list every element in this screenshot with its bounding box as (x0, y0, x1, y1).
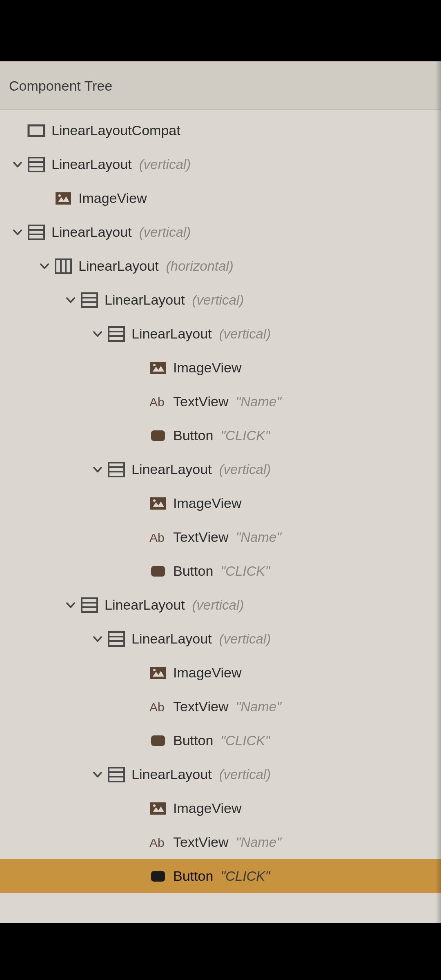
tree-node-detail: (vertical) (219, 326, 271, 342)
tree-node-label: LinearLayoutCompat (51, 122, 180, 138)
svg-rect-32 (82, 598, 97, 612)
tree-row[interactable]: LinearLayout(vertical) (0, 147, 441, 181)
tree-row[interactable]: LinearLayout(vertical) (0, 317, 441, 351)
tree-node-label: LinearLayout (105, 597, 185, 613)
layout-horiz-icon (54, 257, 73, 276)
tree-node-label: Button (173, 733, 213, 748)
tree-row[interactable]: LinearLayout(vertical) (0, 622, 441, 656)
tree-row[interactable]: ImageView (0, 791, 441, 825)
chevron-down-icon[interactable] (88, 630, 107, 648)
tree-row[interactable]: LinearLayout(vertical) (0, 215, 441, 249)
tree-node-detail: (vertical) (192, 597, 244, 613)
tree-row[interactable]: ImageView (0, 181, 441, 215)
tree-row[interactable]: Button"CLICK" (0, 554, 441, 588)
svg-text:Ab: Ab (149, 395, 165, 409)
tree-node-label: LinearLayout (131, 461, 212, 477)
tree-node-detail: (vertical) (219, 631, 271, 647)
tree-row[interactable]: ImageView (0, 656, 441, 690)
layout-vert-icon (107, 765, 126, 784)
tree-row[interactable]: LinearLayout(vertical) (0, 452, 441, 486)
tree-node-label: ImageView (78, 190, 147, 206)
panel-header: Component Tree (0, 61, 441, 110)
chevron-down-icon[interactable] (61, 291, 80, 310)
svg-rect-27 (150, 497, 166, 510)
layout-vert-icon (107, 460, 126, 479)
tree-node-detail: (vertical) (219, 767, 271, 782)
tree-node-label: Button (173, 428, 213, 443)
tree-row[interactable]: Button"CLICK" (0, 419, 441, 452)
tree-row[interactable]: ImageView (0, 351, 441, 385)
ab-icon: Ab (149, 697, 167, 716)
panel-title: Component Tree (9, 78, 112, 94)
layout-vert-icon (27, 155, 46, 174)
tree-node-label: LinearLayout (131, 766, 212, 782)
image-icon (149, 494, 167, 513)
tree-node-label: LinearLayout (51, 156, 132, 172)
tree-row[interactable]: LinearLayout(horizontal) (0, 249, 441, 283)
tree-node-detail: (vertical) (139, 225, 191, 240)
layout-vert-icon (80, 596, 99, 615)
tree-node-label: LinearLayout (131, 326, 212, 342)
tree-node-label: Button (173, 868, 213, 884)
button-icon (149, 867, 167, 886)
tree-node-detail: "Name" (236, 530, 281, 545)
tree-node-detail: (horizontal) (166, 258, 234, 274)
svg-rect-31 (151, 566, 165, 577)
tree-node-label: TextView (173, 529, 228, 545)
tree-node-detail: "Name" (236, 394, 281, 410)
tree-row[interactable]: AbTextView"Name" (0, 520, 441, 554)
tree-row[interactable]: AbTextView"Name" (0, 690, 441, 724)
chevron-down-icon[interactable] (8, 223, 27, 242)
button-icon (149, 731, 167, 750)
tree-node-label: TextView (173, 834, 228, 850)
chevron-down-icon[interactable] (8, 155, 27, 174)
tree-node-label: Button (173, 563, 213, 579)
tree-row[interactable]: Button"CLICK" (0, 724, 441, 757)
tree-row[interactable]: LinearLayout(vertical) (0, 588, 441, 622)
svg-text:Ab: Ab (149, 700, 165, 714)
chevron-down-icon[interactable] (88, 765, 107, 784)
svg-rect-38 (150, 667, 166, 679)
tree-node-detail: "CLICK" (220, 564, 270, 579)
chevron-down-icon[interactable] (35, 257, 54, 276)
tree-node-label: TextView (173, 699, 228, 715)
tree-node-detail: (vertical) (192, 292, 244, 308)
svg-rect-24 (109, 463, 124, 477)
tree-row[interactable]: AbTextView"Name" (0, 825, 441, 859)
svg-rect-1 (29, 158, 44, 172)
tree-node-label: ImageView (173, 495, 242, 511)
rect-outline-icon (27, 121, 46, 140)
tree-row[interactable]: Button"CLICK" (0, 859, 441, 893)
button-icon (149, 426, 167, 445)
tree-row[interactable]: LinearLayoutCompat (0, 114, 441, 147)
tree-row[interactable]: AbTextView"Name" (0, 385, 441, 419)
svg-text:Ab: Ab (149, 836, 165, 849)
svg-rect-50 (151, 871, 165, 882)
svg-rect-7 (29, 225, 44, 239)
svg-rect-35 (109, 632, 124, 646)
component-tree[interactable]: LinearLayoutCompatLinearLayout(vertical)… (0, 110, 441, 893)
svg-rect-16 (109, 327, 124, 341)
svg-rect-46 (150, 802, 166, 815)
tree-node-detail: "CLICK" (220, 869, 270, 884)
svg-point-6 (58, 194, 61, 197)
chevron-down-icon[interactable] (61, 596, 80, 615)
tree-node-label: LinearLayout (78, 258, 159, 274)
tree-row[interactable]: LinearLayout(vertical) (0, 757, 441, 791)
svg-point-40 (153, 669, 156, 671)
layout-vert-icon (27, 223, 46, 242)
tree-row[interactable]: LinearLayout(vertical) (0, 283, 441, 317)
svg-rect-13 (82, 293, 97, 307)
tree-node-label: TextView (173, 394, 228, 410)
chevron-down-icon[interactable] (88, 460, 107, 479)
chevron-down-icon[interactable] (88, 325, 107, 343)
svg-rect-43 (109, 768, 124, 782)
image-icon (149, 359, 167, 377)
ab-icon: Ab (149, 528, 167, 547)
svg-rect-42 (151, 735, 165, 746)
image-icon (149, 664, 167, 682)
tree-row[interactable]: ImageView (0, 486, 441, 520)
layout-vert-icon (80, 291, 99, 310)
component-tree-panel: Component Tree LinearLayoutCompatLinearL… (0, 61, 441, 923)
svg-rect-23 (151, 430, 165, 441)
